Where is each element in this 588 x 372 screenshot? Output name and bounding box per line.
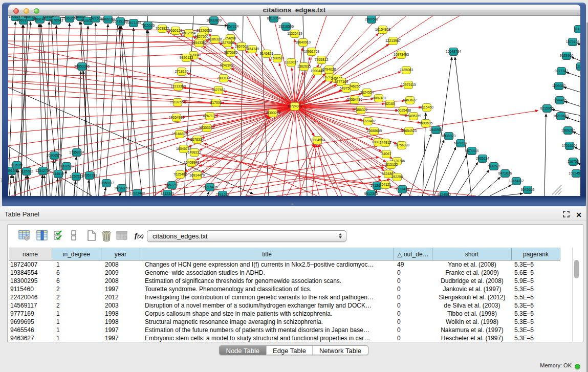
svg-text:16154808: 16154808 xyxy=(375,28,390,31)
svg-text:1115682: 1115682 xyxy=(20,169,33,173)
svg-text:20364436: 20364436 xyxy=(347,98,362,101)
svg-text:23226053: 23226053 xyxy=(197,29,212,32)
svg-text:20053346: 20053346 xyxy=(74,64,90,68)
svg-text:8215955: 8215955 xyxy=(540,106,554,110)
svg-text:317006: 317006 xyxy=(210,101,222,104)
svg-text:7357224: 7357224 xyxy=(225,25,239,28)
svg-text:9529966: 9529966 xyxy=(560,54,574,57)
svg-text:9876543: 9876543 xyxy=(50,18,63,22)
svg-text:9897588: 9897588 xyxy=(60,164,74,168)
svg-text:1322037: 1322037 xyxy=(285,60,298,64)
svg-text:8454749: 8454749 xyxy=(246,47,259,51)
svg-text:8938923: 8938923 xyxy=(442,134,456,138)
svg-text:9463627: 9463627 xyxy=(403,98,417,102)
svg-text:9115460: 9115460 xyxy=(420,105,433,109)
svg-text:9827500: 9827500 xyxy=(195,35,209,38)
svg-text:7515526: 7515526 xyxy=(141,24,155,27)
svg-text:16782759: 16782759 xyxy=(114,186,129,190)
svg-text:17359934: 17359934 xyxy=(69,150,84,154)
svg-text:1733426: 1733426 xyxy=(396,187,409,191)
svg-text:1362615: 1362615 xyxy=(297,64,311,68)
svg-text:6879197: 6879197 xyxy=(454,141,468,145)
svg-text:62160: 62160 xyxy=(385,102,395,105)
svg-text:252254: 252254 xyxy=(391,175,403,179)
svg-text:2718120: 2718120 xyxy=(175,70,189,73)
svg-text:1250513: 1250513 xyxy=(70,174,83,178)
svg-text:244913: 244913 xyxy=(380,141,391,144)
svg-text:8186328: 8186328 xyxy=(208,37,222,41)
svg-text:1588520: 1588520 xyxy=(271,56,285,60)
svg-text:17016504: 17016504 xyxy=(562,144,577,147)
svg-text:7386372: 7386372 xyxy=(354,108,368,112)
svg-text:8813054: 8813054 xyxy=(267,16,281,20)
svg-text:10025438: 10025438 xyxy=(396,108,411,112)
svg-text:19654923: 19654923 xyxy=(401,129,417,133)
svg-text:2803144: 2803144 xyxy=(217,76,231,80)
svg-text:8267130: 8267130 xyxy=(203,114,217,118)
svg-text:12342757: 12342757 xyxy=(35,169,51,172)
svg-text:3624554: 3624554 xyxy=(360,91,374,94)
svg-text:7741236: 7741236 xyxy=(216,193,230,196)
svg-text:116753: 116753 xyxy=(568,160,579,163)
svg-text:7955812: 7955812 xyxy=(315,58,329,61)
svg-text:39154: 39154 xyxy=(8,169,17,172)
svg-text:16914479: 16914479 xyxy=(189,173,205,177)
svg-text:84067: 84067 xyxy=(382,152,391,156)
svg-text:1244415: 1244415 xyxy=(553,98,567,102)
svg-text:12213967: 12213967 xyxy=(385,39,401,42)
svg-text:114519: 114519 xyxy=(53,172,64,176)
svg-text:16409948: 16409948 xyxy=(184,161,199,164)
svg-text:746266: 746266 xyxy=(349,84,361,88)
svg-text:19218506: 19218506 xyxy=(278,25,294,28)
svg-text:19384554: 19384554 xyxy=(310,138,325,142)
svg-text:8912954: 8912954 xyxy=(182,31,196,35)
svg-text:6794028: 6794028 xyxy=(322,68,336,71)
svg-text:9327508: 9327508 xyxy=(221,41,234,45)
svg-text:1135051: 1135051 xyxy=(10,163,24,167)
svg-text:8678334: 8678334 xyxy=(190,138,204,141)
svg-text:9660123: 9660123 xyxy=(169,29,183,32)
svg-text:11325419: 11325419 xyxy=(287,32,302,35)
svg-text:15720407: 15720407 xyxy=(360,119,376,123)
svg-text:16543382: 16543382 xyxy=(191,41,207,45)
svg-text:18724007: 18724007 xyxy=(287,104,302,108)
svg-text:1498222: 1498222 xyxy=(188,150,202,154)
svg-text:9227342: 9227342 xyxy=(555,69,569,73)
svg-text:19166827: 19166827 xyxy=(172,132,187,136)
svg-text:11172: 11172 xyxy=(574,27,580,31)
svg-text:10688609: 10688609 xyxy=(366,129,382,133)
svg-text:7632621: 7632621 xyxy=(487,164,501,168)
svg-text:10961758: 10961758 xyxy=(304,50,319,53)
svg-text:1575104: 1575104 xyxy=(566,40,580,43)
svg-text:18640910: 18640910 xyxy=(295,40,311,44)
svg-text:12975115: 12975115 xyxy=(401,83,416,86)
svg-text:12323448: 12323448 xyxy=(129,191,145,195)
svg-text:9777169: 9777169 xyxy=(335,80,349,83)
svg-text:2935114: 2935114 xyxy=(476,157,489,160)
svg-text:3875685: 3875685 xyxy=(224,51,238,54)
svg-text:9242848: 9242848 xyxy=(220,63,234,67)
svg-text:1209382: 1209382 xyxy=(552,84,566,87)
svg-text:12213369: 12213369 xyxy=(170,84,186,88)
svg-text:9912345: 9912345 xyxy=(364,192,378,195)
svg-text:1527602: 1527602 xyxy=(89,16,103,20)
svg-text:10756928: 10756928 xyxy=(394,143,409,147)
svg-text:15495759: 15495759 xyxy=(406,114,421,118)
svg-text:20206576: 20206576 xyxy=(47,154,62,157)
svg-text:9124502: 9124502 xyxy=(438,193,451,196)
svg-text:16648784: 16648784 xyxy=(446,50,461,53)
svg-text:16210643: 16210643 xyxy=(553,114,569,118)
svg-text:9146821: 9146821 xyxy=(260,52,274,55)
svg-text:15716485: 15716485 xyxy=(202,185,217,189)
svg-text:2887682: 2887682 xyxy=(365,17,379,21)
svg-text:12353594: 12353594 xyxy=(199,126,214,129)
svg-text:10671355: 10671355 xyxy=(126,21,141,25)
svg-text:8427552: 8427552 xyxy=(212,88,226,92)
svg-text:8812345: 8812345 xyxy=(161,192,175,195)
svg-text:9657791: 9657791 xyxy=(165,183,179,187)
svg-text:8471676: 8471676 xyxy=(498,171,512,175)
svg-text:17957253: 17957253 xyxy=(82,173,97,177)
svg-text:10958117: 10958117 xyxy=(99,181,114,185)
svg-text:9245652: 9245652 xyxy=(521,188,535,191)
svg-text:254121: 254121 xyxy=(380,183,391,186)
